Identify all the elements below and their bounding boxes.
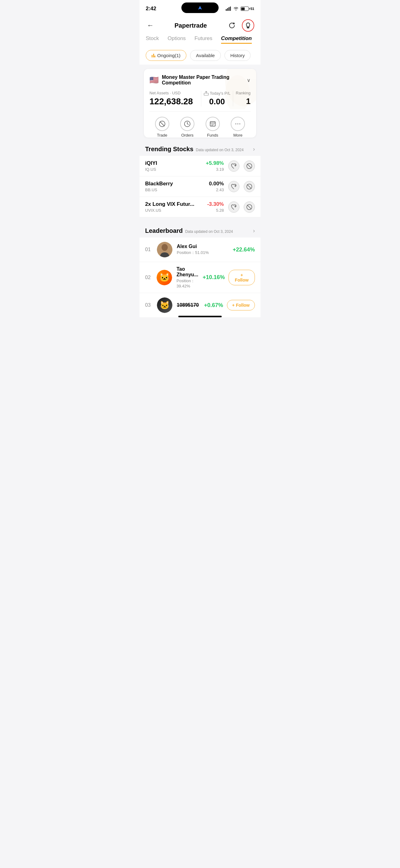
avatar-1 bbox=[157, 242, 172, 257]
trade-button-bb[interactable] bbox=[244, 181, 255, 192]
watchlist-add-button-bb[interactable] bbox=[228, 181, 239, 192]
tab-options[interactable]: Options bbox=[168, 35, 186, 44]
svg-rect-10 bbox=[204, 93, 208, 95]
status-icons: 51 bbox=[226, 6, 254, 11]
net-assets-label: Net Assets · USD bbox=[149, 91, 193, 95]
user-avatar-alex bbox=[157, 242, 172, 257]
heart-plus-icon bbox=[231, 204, 237, 210]
filter-row: Ongoing(1) Available History bbox=[139, 48, 261, 65]
svg-point-19 bbox=[235, 124, 236, 124]
battery-icon: 51 bbox=[241, 6, 254, 11]
svg-rect-2 bbox=[227, 8, 228, 11]
filter-history[interactable]: History bbox=[225, 50, 251, 61]
dynamic-island bbox=[181, 2, 219, 13]
heart-plus-icon bbox=[231, 183, 237, 190]
refresh-button[interactable] bbox=[226, 20, 237, 31]
rank-number-2: 02 bbox=[145, 275, 152, 280]
leader-row-1: 01 Alex Gui Position：51.01% +22.64% bbox=[139, 238, 261, 262]
wifi-icon bbox=[233, 6, 239, 11]
heart-plus-icon bbox=[231, 163, 237, 169]
trending-stocks-subtitle: Data updated on Oct 3, 2024 bbox=[196, 148, 244, 152]
svg-rect-4 bbox=[230, 6, 231, 11]
tab-competition[interactable]: Competition bbox=[221, 35, 252, 44]
watchlist-add-button-uvix[interactable] bbox=[228, 202, 239, 213]
trending-stocks-chevron[interactable]: › bbox=[253, 146, 255, 152]
rank-number-1: 01 bbox=[145, 247, 153, 252]
stock-name-bb: BlackBerry bbox=[145, 181, 209, 187]
trade-button-iq[interactable] bbox=[244, 160, 255, 172]
leader-info-2: Tao Zhenyu... Position：39.42% bbox=[176, 266, 198, 288]
today-pl-label: Today's P/L bbox=[204, 91, 231, 96]
leaderboard-chevron[interactable]: › bbox=[253, 227, 255, 234]
nav-header: ← Papertrade bbox=[139, 16, 261, 35]
rank-number-3: 03 bbox=[145, 302, 153, 308]
svg-point-20 bbox=[237, 124, 238, 124]
leader-name-2: Tao Zhenyu... bbox=[176, 266, 198, 278]
stock-row: BlackBerry BB.US 0.00% 2.43 bbox=[139, 176, 261, 197]
stock-pct-uvix: -3.30% 5.28 bbox=[207, 201, 224, 213]
leader-pct-3: +0.67% bbox=[204, 302, 223, 309]
more-label: More bbox=[233, 133, 242, 137]
lightbulb-button[interactable] bbox=[242, 19, 254, 32]
leader-name-3: 10895170 bbox=[177, 302, 200, 308]
battery-level: 51 bbox=[251, 7, 254, 10]
trade-action[interactable]: Trade bbox=[155, 117, 169, 137]
svg-line-13 bbox=[160, 122, 164, 126]
leaderboard-subtitle: Data updated on Oct 3, 2024 bbox=[185, 229, 233, 234]
trending-stocks-header: Trending Stocks Data updated on Oct 3, 2… bbox=[139, 139, 261, 156]
trade-button-uvix[interactable] bbox=[244, 202, 255, 213]
stock-name-iq: iQIYI bbox=[145, 160, 206, 166]
tab-futures[interactable]: Futures bbox=[194, 35, 212, 44]
comp-actions: Trade Orders bbox=[149, 112, 251, 137]
stock-pct-iq: +5.98% 3.19 bbox=[206, 160, 224, 172]
svg-line-33 bbox=[247, 205, 251, 209]
stock-row: 2x Long VIX Futur... UVIX.US -3.30% 5.28 bbox=[139, 197, 261, 217]
today-pl-value: 0.00 bbox=[209, 97, 225, 106]
comp-title: Money Master Paper Trading Competition bbox=[162, 74, 247, 86]
watchlist-add-button-iq[interactable] bbox=[228, 160, 239, 172]
signal-icon bbox=[226, 6, 231, 11]
back-button[interactable]: ← bbox=[146, 20, 155, 31]
refresh-icon bbox=[228, 22, 236, 29]
chevron-down-icon[interactable]: ∨ bbox=[247, 77, 251, 83]
svg-rect-3 bbox=[229, 7, 229, 11]
competition-card: 🇺🇸 Money Master Paper Trading Competitio… bbox=[144, 69, 256, 137]
leader-row-2: 02 🐱 Tao Zhenyu... Position：39.42% +10.1… bbox=[139, 262, 261, 293]
stock-pct-value-bb: 0.00% bbox=[209, 181, 224, 187]
follow-button-2[interactable]: + Follow bbox=[229, 270, 255, 285]
svg-line-29 bbox=[247, 184, 251, 188]
leaderboard-header: Leaderboard Data updated on Oct 3, 2024 … bbox=[139, 220, 261, 238]
trending-stocks-section: Trending Stocks Data updated on Oct 3, 2… bbox=[139, 139, 261, 217]
ranking-value: 1 bbox=[246, 97, 251, 106]
trade-icon bbox=[155, 117, 169, 131]
tab-stock[interactable]: Stock bbox=[146, 35, 159, 44]
stock-row: iQIYI IQ.US +5.98% 3.19 bbox=[139, 156, 261, 176]
stock-list: iQIYI IQ.US +5.98% 3.19 bbox=[139, 156, 261, 217]
filter-ongoing[interactable]: Ongoing(1) bbox=[146, 50, 186, 61]
leader-info-3: 10895170 bbox=[177, 302, 200, 308]
stock-right-bb: 0.00% 2.43 bbox=[209, 181, 255, 192]
comp-header: 🇺🇸 Money Master Paper Trading Competitio… bbox=[149, 74, 251, 86]
funds-label: Funds bbox=[207, 133, 218, 137]
funds-action[interactable]: Funds bbox=[206, 117, 220, 137]
export-icon bbox=[204, 91, 209, 96]
trade-label: Trade bbox=[157, 133, 167, 137]
stock-info-uvix: 2x Long VIX Futur... UVIX.US bbox=[145, 201, 207, 213]
stock-info-iq: iQIYI IQ.US bbox=[145, 160, 206, 172]
flag-icon: 🇺🇸 bbox=[149, 76, 159, 85]
stock-name-uvix: 2x Long VIX Futur... bbox=[145, 201, 207, 207]
follow-button-3[interactable]: + Follow bbox=[227, 300, 255, 310]
stock-ticker-uvix: UVIX.US bbox=[145, 208, 207, 213]
leader-row-3-partial: 03 🐱 10895170 +0.67% + Follow bbox=[139, 293, 261, 317]
tabs-row: Stock Options Futures Competition bbox=[139, 35, 261, 48]
stock-ticker-iq: IQ.US bbox=[145, 167, 206, 172]
svg-point-21 bbox=[239, 124, 240, 124]
lightbulb-icon bbox=[245, 22, 252, 29]
leaderboard-section: Leaderboard Data updated on Oct 3, 2024 … bbox=[139, 220, 261, 317]
svg-line-25 bbox=[247, 164, 251, 168]
more-action[interactable]: More bbox=[231, 117, 245, 137]
svg-rect-1 bbox=[226, 9, 227, 11]
filter-available[interactable]: Available bbox=[190, 50, 221, 61]
orders-action[interactable]: Orders bbox=[180, 117, 194, 137]
page-title: Papertrade bbox=[174, 22, 207, 29]
